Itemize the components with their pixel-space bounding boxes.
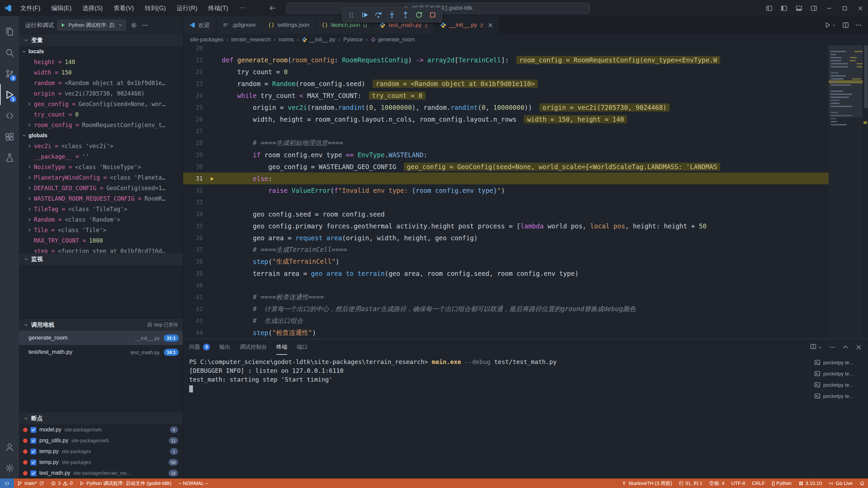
variable-row[interactable]: Tile =<class 'Tile'> xyxy=(19,225,183,235)
breadcrumb-item-rooms[interactable]: rooms xyxy=(279,37,294,43)
code-line-40[interactable]: 40 xyxy=(183,279,829,291)
run-python-file-button[interactable] xyxy=(824,22,836,28)
menu-item-4[interactable]: 转到(G) xyxy=(140,3,171,14)
customize-layout-icon[interactable] xyxy=(762,0,776,16)
variable-row[interactable]: __package__ ='' xyxy=(19,151,183,162)
code-line-31[interactable]: 31▶ else: xyxy=(183,172,829,184)
menu-item-6[interactable]: 终端(T) xyxy=(203,3,233,14)
code-line-32[interactable]: 32 raise ValueError(f"Invalid env type: … xyxy=(183,184,829,196)
code-line-45[interactable]: 45 exit_combinations:list[tuple[vec2i, v… xyxy=(183,339,829,339)
variable-row[interactable]: Random =<class 'Random'> xyxy=(19,214,183,225)
variable-row[interactable]: NoiseType =<class 'NoiseType'> xyxy=(19,162,183,172)
more-actions-icon[interactable] xyxy=(855,22,862,28)
section-callstack-header[interactable]: 调用堆栈 因 step 已暂停 xyxy=(19,319,183,331)
variable-row[interactable]: step =<function step at 0x1bf8cd716d… xyxy=(19,246,183,253)
panel-tab-端口[interactable]: 端口 xyxy=(297,339,308,355)
maximize-button[interactable] xyxy=(837,0,852,16)
variable-row[interactable]: height =140 xyxy=(19,57,183,67)
step-over-button[interactable] xyxy=(373,9,384,21)
menu-item-0[interactable]: 文件(F) xyxy=(16,3,45,14)
terminal-output[interactable]: PS C:\computer_science\godot-ldtk\site-p… xyxy=(183,355,810,479)
code-line-22[interactable]: 22 try_count = 0 xyxy=(183,66,829,78)
variable-row[interactable]: DEFAULT_GEO_CONFIG =GeoConfig(seed=1… xyxy=(19,183,183,193)
variable-row[interactable]: vec2i =<class 'vec2i'> xyxy=(19,141,183,151)
breakpoint-row[interactable]: temp.pysite-packages1 xyxy=(19,446,183,457)
terminal-session-item[interactable]: pocketpy te… xyxy=(810,368,868,379)
panel-tab-调试控制台[interactable]: 调试控制台 xyxy=(240,339,267,355)
step-into-button[interactable] xyxy=(386,9,398,21)
minimize-button[interactable] xyxy=(821,0,837,16)
step-out-button[interactable] xyxy=(400,9,411,21)
tab-欢迎[interactable]: 欢迎 xyxy=(183,16,216,34)
code-line-20[interactable]: 20 xyxy=(183,45,829,54)
menu-item-5[interactable]: 运行(R) xyxy=(172,3,202,14)
close-button[interactable] xyxy=(852,0,868,16)
terminal-session-item[interactable]: pocketpy te… xyxy=(810,390,868,402)
start-debug-icon[interactable] xyxy=(60,22,66,28)
tab-__init__.py[interactable]: __init__.py2 xyxy=(434,16,500,34)
close-icon[interactable] xyxy=(488,22,493,28)
variable-row[interactable]: room_config =RoomRequestConfig(env_t… xyxy=(19,120,183,130)
panel-tab-输出[interactable]: 输出 xyxy=(219,339,230,355)
activity-item-run-and-debug[interactable]: 1 xyxy=(0,84,19,105)
code-line-28[interactable]: 28 # ====生成初始地理信息==== xyxy=(183,137,829,149)
launch-config-dropdown[interactable]: Python 调试程序: 启: xyxy=(57,20,126,30)
status-go-live[interactable]: Go Live xyxy=(825,479,856,488)
breakpoint-checkbox[interactable] xyxy=(31,470,36,476)
code-line-21[interactable]: 21def generate_room(room_config: RoomReq… xyxy=(183,54,829,66)
activity-item-remote-explorer[interactable] xyxy=(0,105,19,126)
split-terminal-button[interactable] xyxy=(810,343,822,351)
code-line-35[interactable]: 35 geo_config.primary_forces.geothermal_… xyxy=(183,220,829,232)
variable-scope-locals[interactable]: locals xyxy=(19,46,183,57)
code-line-36[interactable]: 36 geo_area = request_area(origin, width… xyxy=(183,232,829,244)
status-gitlens-author[interactable]: blueloveTH (3 周前) xyxy=(618,479,675,488)
section-variables-header[interactable]: 变量 xyxy=(19,34,183,46)
code-line-37[interactable]: 37 # ====生成TerrainCell==== xyxy=(183,244,829,256)
variable-row[interactable]: TileTag =<class 'TileTag'> xyxy=(19,204,183,214)
code-line-29[interactable]: 29 if room_config.env_type == EnvType.WA… xyxy=(183,149,829,161)
activity-item-manage[interactable] xyxy=(0,458,19,479)
code-line-23[interactable]: 23 random = Random(room_config.seed)rand… xyxy=(183,78,829,89)
breadcrumb-item-terrain_research[interactable]: terrain_research xyxy=(231,37,271,43)
activity-item-accounts[interactable] xyxy=(0,436,19,458)
code-editor[interactable]: 2021def generate_room(room_config: RoomR… xyxy=(183,45,868,339)
callstack-frame[interactable]: generate_room__init__.py31:1 xyxy=(19,331,183,345)
toggle-secondary-sidebar-icon[interactable] xyxy=(806,0,821,16)
variable-row[interactable]: WASTELAND_ROOM_REQUEST_CONFIG =RoomR… xyxy=(19,193,183,204)
code-line-30[interactable]: 30 geo_config = WASTELAND_GEO_CONFIGgeo_… xyxy=(183,161,829,172)
code-line-42[interactable]: 42 # 计算每一个出口的中心，然后使用astar生成路径，确保每一个出口组合都… xyxy=(183,303,829,315)
variable-scope-globals[interactable]: globals xyxy=(19,130,183,141)
code-line-26[interactable]: 26 width, height = room_config.layout.n_… xyxy=(183,113,829,125)
toggle-panel-icon[interactable] xyxy=(791,0,806,16)
callstack-frame[interactable]: test/test_math.pytest_math.py16:1 xyxy=(19,345,183,359)
activity-item-extensions[interactable] xyxy=(0,126,19,147)
variable-row[interactable]: origin =vec2i(7205730, 9024468) xyxy=(19,88,183,99)
breadcrumb-item-Pylance[interactable]: Pylance xyxy=(343,37,362,43)
status-eol[interactable]: CRLF xyxy=(749,479,768,488)
status-remote-indicator[interactable] xyxy=(0,479,14,488)
breakpoint-checkbox[interactable] xyxy=(31,460,36,465)
minimap-slider[interactable] xyxy=(829,45,863,117)
status-language-mode[interactable]: {} Python xyxy=(768,479,795,488)
code-line-24[interactable]: 24 while try_count < MAX_TRY_COUNT:try_c… xyxy=(183,89,829,101)
code-line-25[interactable]: 25 origin = vec2i(random.randint(0, 1000… xyxy=(183,101,829,113)
variable-row[interactable]: try_count =0 xyxy=(19,109,183,120)
variable-row[interactable]: geo_config =GeoConfig(seed=None, wor… xyxy=(19,99,183,109)
code-line-38[interactable]: 38 step("生成TerrainCell") xyxy=(183,256,829,267)
breakpoint-checkbox[interactable] xyxy=(31,427,36,433)
panel-tab-问题[interactable]: 问题3 xyxy=(189,339,210,355)
status-branch[interactable]: main* xyxy=(14,479,47,488)
breakpoint-row[interactable]: png_utils.pysite-packages\wfc11 xyxy=(19,435,183,446)
split-editor-icon[interactable] xyxy=(842,22,849,28)
panel-tab-终端[interactable]: 终端 xyxy=(276,339,287,355)
breakpoint-checkbox[interactable] xyxy=(31,449,36,454)
scrollbar-thumb[interactable] xyxy=(864,45,868,108)
maximize-panel-icon[interactable] xyxy=(842,344,849,350)
tab-settings.json[interactable]: settings.json xyxy=(262,16,316,34)
more-actions-icon[interactable] xyxy=(142,22,148,28)
menu-item-3[interactable]: 查看(V) xyxy=(109,3,139,14)
status-problems[interactable]: 30 xyxy=(47,479,76,488)
code-line-34[interactable]: 34 geo_config.seed = room_config.seed xyxy=(183,208,829,220)
status-indentation[interactable]: 空格: 4 xyxy=(706,479,728,488)
code-line-33[interactable]: 33 xyxy=(183,196,829,208)
